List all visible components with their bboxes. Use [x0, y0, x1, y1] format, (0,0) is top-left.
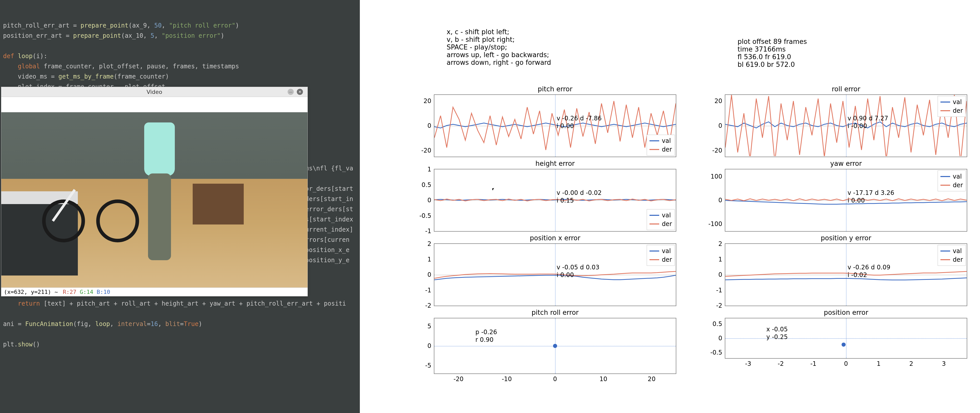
code-line: position_y_e	[305, 255, 353, 265]
ytick: 1	[428, 256, 431, 263]
code-line: urrent_index]	[305, 224, 353, 235]
ytick: -20	[422, 147, 431, 154]
ytick: -1	[425, 227, 431, 235]
chart-anno: v 0.90 d 7.27 i -0.00	[848, 114, 888, 130]
axis-title: position error	[725, 309, 967, 316]
axis-title: position y error	[725, 234, 967, 242]
code-line: ders[start_in	[305, 194, 353, 204]
help-text: x, c - shift plot left; v, b - shift plo…	[447, 28, 551, 66]
video-frame	[1, 97, 307, 288]
ytick: 0	[718, 122, 722, 129]
matplotlib-figure: x, c - shift plot left; v, b - shift plo…	[360, 0, 980, 413]
xtick: 3	[942, 360, 946, 367]
ytick: -5	[425, 362, 431, 369]
ytick: -2	[716, 302, 722, 309]
chart-anno: v -0.05 d 0.03 i 0.00	[557, 264, 600, 279]
chart-anno: v -17.17 d 3.26 i 0.00	[848, 189, 894, 204]
ytick: -2	[425, 302, 431, 309]
ytick: 0	[718, 335, 722, 342]
code-line: ani = FuncAnimation(fig, loop, interval=…	[3, 319, 346, 329]
code-line	[3, 329, 346, 339]
ytick: 0.5	[713, 321, 722, 327]
xtick: -2	[778, 360, 784, 367]
code-line: error_ders[st	[305, 204, 353, 214]
legend: valder	[647, 135, 675, 156]
xtick: 1	[877, 360, 880, 367]
video-pixel-g: G:14	[80, 289, 97, 295]
chart-anno: v -0.00 d -0.02 i 0.15	[557, 189, 602, 204]
video-status-bar: (x=632, y=211) ~ R:27 G:14 B:10	[1, 288, 307, 296]
ytick: 1	[428, 166, 431, 173]
video-titlebar[interactable]: Video — ✕	[1, 87, 307, 97]
code-line: global frame_counter, plot_offset, pause…	[3, 61, 357, 71]
axis-roll: roll error 200-20v 0.90 d 7.27 i -0.00va…	[725, 94, 967, 157]
xtick: -10	[502, 375, 512, 383]
chart-anno: v -0.26 d 0.09 i -0.02	[848, 264, 891, 279]
axis-pos_x: position x error 210-1-2v -0.05 d 0.03 i…	[434, 243, 676, 306]
axis-title: pitch error	[434, 85, 676, 93]
ytick: 20	[423, 97, 431, 105]
code-line: position_err_art = prepare_point(ax_10, …	[3, 30, 357, 41]
ytick: 0	[428, 122, 431, 129]
code-line: pitch_roll_err_art = prepare_point(ax_9,…	[3, 21, 357, 30]
axis-title: roll error	[725, 85, 967, 93]
ytick: -20	[712, 147, 722, 154]
xtick: -20	[453, 375, 463, 383]
ytick: -100	[708, 221, 722, 227]
code-line: position_x_e	[305, 245, 353, 255]
video-pixel-r: R:27	[63, 289, 80, 295]
legend: valder	[647, 245, 675, 266]
minimize-icon[interactable]: —	[288, 89, 294, 95]
ytick: 100	[711, 173, 722, 180]
xtick: 0	[553, 375, 557, 383]
legend: valder	[938, 170, 966, 191]
xtick: -1	[810, 360, 816, 367]
axis-title: position x error	[434, 234, 676, 242]
axis-pr_err: pitch roll error 50-5-20-1001020p -0.26 …	[434, 318, 676, 374]
chart-anno: v -0.26 d -7.86 i 0.00	[557, 114, 602, 130]
ytick: -1	[425, 287, 431, 294]
legend: valder	[647, 209, 675, 230]
axis-pitch: pitch error 200-20v -0.26 d -7.86 i 0.00…	[434, 94, 676, 157]
video-window[interactable]: Video — ✕ (x=632, y=211) ~ R:27 G:14 B:1…	[1, 87, 308, 296]
ytick: 0	[718, 197, 722, 204]
svg-point-1	[842, 343, 846, 347]
code-line: rrors[curren	[305, 235, 353, 245]
status-text: plot offset 89 frames time 37166ms fl 53…	[738, 38, 807, 68]
legend: valder	[938, 245, 966, 266]
ytick: 0	[428, 342, 431, 349]
ytick: -0.5	[419, 212, 431, 219]
ytick: 0	[718, 271, 722, 278]
code-line: def loop(i):	[3, 51, 357, 61]
legend: valder	[938, 96, 966, 117]
axis-title: height error	[434, 160, 676, 167]
xtick: 2	[909, 360, 913, 367]
axis-title: pitch roll error	[434, 309, 676, 316]
code-line: or_ders[start	[305, 184, 353, 194]
code-line: plt.show()	[3, 339, 346, 349]
xtick: -3	[745, 360, 751, 367]
ytick: 2	[428, 240, 431, 248]
ytick: 20	[714, 97, 722, 105]
code-line: video_ms = get_ms_by_frame(frame_counter…	[3, 71, 357, 82]
video-pixel-b: B:10	[97, 289, 110, 295]
ytick: -1	[716, 287, 722, 294]
chart-anno: x -0.05 y -0.25	[767, 326, 788, 341]
code-line	[3, 309, 346, 319]
xtick: 0	[844, 360, 848, 367]
code-line: s[start_index	[305, 214, 353, 224]
video-pixel-coord: (x=632, y=211) ~	[4, 289, 61, 295]
ytick: 5	[428, 323, 431, 330]
axis-pos_y: position y error 210-1-2v -0.26 d 0.09 i…	[725, 243, 967, 306]
axis-yaw: yaw error 1000-100v -17.17 d 3.26 i 0.00…	[725, 169, 967, 232]
ytick: 0.5	[422, 181, 431, 189]
video-title: Video	[146, 89, 162, 95]
ytick: -0.5	[710, 349, 722, 356]
chart-anno: p -0.26 r 0.90	[476, 328, 497, 344]
code-line	[3, 41, 357, 51]
ytick: 0	[428, 197, 431, 204]
ytick: 0	[428, 271, 431, 278]
ytick: 2	[718, 240, 722, 248]
svg-point-0	[553, 344, 557, 348]
close-icon[interactable]: ✕	[297, 89, 303, 95]
